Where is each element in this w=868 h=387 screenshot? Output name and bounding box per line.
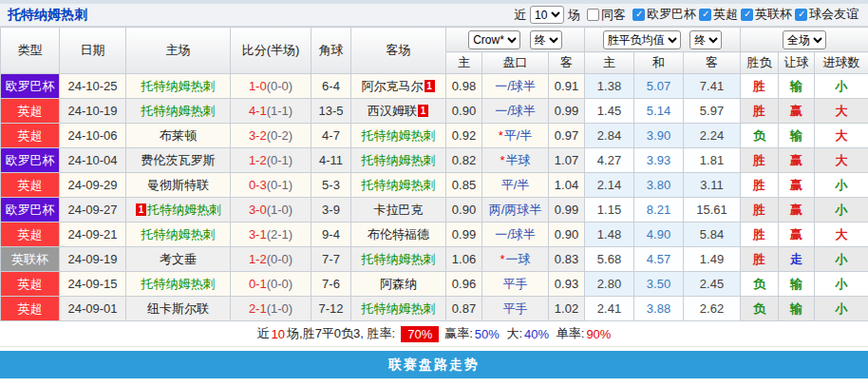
league-filter[interactable]: 英联杯 (741, 6, 792, 23)
halftime-score: (1-1) (267, 104, 292, 118)
away-team[interactable]: 托特纳姆热刺 (351, 124, 446, 148)
table-row[interactable]: 欧罗巴杯 24-10-25 托特纳姆热刺 1-0(0-0) 6-4 阿尔克马尔1… (1, 74, 868, 99)
result-text: 小 (836, 252, 848, 266)
col-score: 比分(半场) (231, 28, 311, 74)
single-rate-value: 90% (586, 327, 611, 341)
corners-cell: 13-5 (311, 99, 351, 124)
league-filter[interactable]: 欧罗巴杯 (632, 6, 696, 23)
away-team[interactable]: 布伦特福德 (351, 223, 446, 247)
away-team[interactable]: 托特纳姆热刺 (351, 173, 446, 198)
win-rate-badge: 70% (401, 326, 439, 342)
line-text: 平手 (503, 277, 528, 291)
games-count-select[interactable]: 10 (530, 6, 564, 24)
handicap-line: 平/半 (482, 173, 549, 198)
away-team[interactable]: 西汉姆联1 (351, 99, 446, 124)
home-team[interactable]: 费伦茨瓦罗斯 (126, 148, 231, 173)
table-row[interactable]: 欧罗巴杯 24-10-04 费伦茨瓦罗斯 1-2(0-1) 4-11 托特纳姆热… (1, 148, 868, 173)
league-filter-checkbox[interactable] (741, 9, 753, 21)
home-team[interactable]: 托特纳姆热刺 (126, 223, 231, 247)
red-card-badge: 1 (425, 80, 435, 92)
fulltime-select[interactable]: 全场 (783, 30, 826, 49)
avg-away: 5.84 (684, 223, 741, 247)
away-team[interactable]: 阿尔克马尔1 (351, 74, 446, 99)
team-name: 托特纳姆热刺 (362, 178, 436, 192)
result-winloss: 胜 (741, 74, 779, 99)
league-filter[interactable]: 英超 (699, 6, 738, 23)
team-name: 布伦特福德 (368, 227, 429, 242)
odds-away: 0.91 (549, 74, 585, 99)
table-row[interactable]: 英超 24-10-19 托特纳姆热刺 4-1(1-1) 13-5 西汉姆联1 0… (1, 99, 868, 124)
bookmaker-select[interactable]: Crow* (468, 30, 520, 49)
table-row[interactable]: 英超 24-09-29 曼彻斯特联 0-3(0-1) 5-3 托特纳姆热刺 0.… (1, 173, 868, 198)
fulltime-score: 3-2 (249, 128, 267, 143)
home-team[interactable]: 托特纳姆热刺 (126, 99, 231, 124)
result-text: 小 (836, 203, 848, 217)
home-team[interactable]: 1托特纳姆热刺 (126, 198, 231, 223)
away-team[interactable]: 托特纳姆热刺 (351, 247, 446, 272)
col-odds-away: 客 (549, 52, 585, 74)
table-row[interactable]: 英超 24-09-15 托特纳姆热刺 0-1(0-0) 7-6 阿森纳 0.96… (1, 272, 868, 297)
col-away: 客场 (351, 28, 446, 74)
fulltime-score: 3-1 (249, 227, 267, 242)
result-handicap: 输 (779, 124, 815, 148)
result-winloss: 胜 (741, 99, 779, 124)
team-name: 纽卡斯尔联 (147, 301, 209, 316)
score-cell: 3-1(2-1) (231, 223, 311, 247)
result-handicap: 输 (779, 272, 815, 297)
avg-away: 2.45 (684, 272, 741, 297)
avg-home: 1.15 (585, 198, 634, 223)
fulltime-score: 1-2 (249, 252, 267, 266)
red-card-badge: 1 (136, 203, 146, 216)
result-handicap: 输 (779, 297, 815, 321)
away-team[interactable]: 卡拉巴克 (351, 198, 446, 223)
same-away-filter[interactable]: 同客 (587, 7, 626, 24)
avg-select[interactable]: 胜平负均值 (603, 30, 681, 49)
match-date: 24-09-15 (60, 272, 126, 297)
table-row[interactable]: 欧罗巴杯 24-09-27 1托特纳姆热刺 3-0(1-0) 3-9 卡拉巴克 … (1, 198, 868, 223)
league-handicap-trend-link[interactable]: 联赛盘路走势 (0, 351, 868, 378)
corners-cell: 9-4 (311, 223, 351, 247)
league-filter-checkbox[interactable] (795, 9, 807, 21)
result-text: 胜 (753, 227, 765, 242)
fulltime-score: 0-3 (249, 178, 267, 192)
halftime-score: (0-0) (267, 277, 292, 291)
avg-draw: 8.21 (634, 198, 684, 223)
final-odds-select-1[interactable]: 终 (530, 30, 562, 49)
table-row[interactable]: 英超 24-09-01 纽卡斯尔联 2-1(1-0) 7-12 托特纳姆热刺 0… (1, 297, 868, 321)
line-text: 平/半 (504, 128, 533, 143)
league-filter[interactable]: 球会友谊 (795, 6, 859, 23)
handicap-line: *一球 (482, 247, 549, 272)
odds-away: 1.07 (549, 148, 585, 173)
avg-home: 2.84 (585, 124, 634, 148)
table-row[interactable]: 英超 24-09-21 托特纳姆热刺 3-1(2-1) 9-4 布伦特福德 0.… (1, 223, 868, 247)
score-cell: 1-0(0-0) (231, 74, 311, 99)
odds-away: 0.99 (549, 99, 585, 124)
away-team[interactable]: 阿森纳 (351, 272, 446, 297)
home-team[interactable]: 纽卡斯尔联 (126, 297, 231, 321)
table-row[interactable]: 英联杯 24-09-19 考文垂 1-2(0-0) 7-7 托特纳姆热刺 1.0… (1, 247, 868, 272)
home-team[interactable]: 考文垂 (126, 247, 231, 272)
team-name: 阿森纳 (380, 277, 417, 291)
home-team[interactable]: 曼彻斯特联 (126, 173, 231, 198)
result-handicap: 输 (779, 74, 815, 99)
league-filter-checkbox[interactable] (632, 9, 645, 21)
result-text: 胜 (753, 178, 765, 192)
league-badge: 英超 (1, 223, 60, 247)
avg-draw: 5.07 (634, 74, 684, 99)
home-team[interactable]: 托特纳姆热刺 (126, 74, 231, 99)
league-badge: 英超 (1, 173, 60, 198)
corners-cell: 4-11 (311, 148, 351, 173)
col-date: 日期 (60, 28, 126, 74)
result-handicap: 赢 (779, 198, 815, 223)
table-row[interactable]: 英超 24-10-06 布莱顿 3-2(0-2) 4-7 托特纳姆热刺 0.92… (1, 124, 868, 148)
odds-home: 0.90 (446, 198, 482, 223)
away-team[interactable]: 托特纳姆热刺 (351, 148, 446, 173)
away-team[interactable]: 托特纳姆热刺 (351, 297, 446, 321)
home-team[interactable]: 布莱顿 (126, 124, 231, 148)
avg-away: 1.81 (684, 148, 741, 173)
fulltime-score: 1-2 (249, 153, 267, 167)
final-odds-select-2[interactable]: 终 (689, 30, 722, 49)
same-away-checkbox[interactable] (587, 9, 599, 21)
league-filter-checkbox[interactable] (699, 9, 711, 21)
home-team[interactable]: 托特纳姆热刺 (126, 272, 231, 297)
